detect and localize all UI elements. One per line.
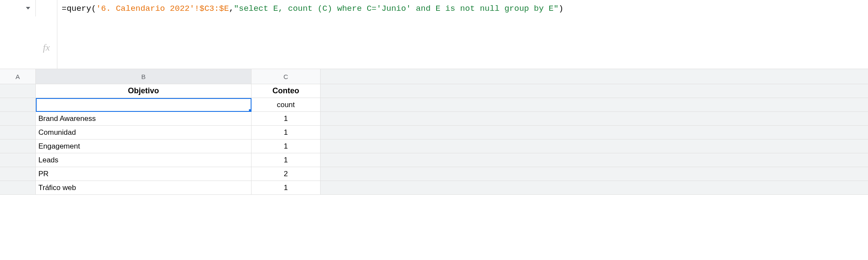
table-row: Leads 1 [0, 153, 868, 167]
table-row: Comunidad 1 [0, 126, 868, 140]
cell-objetivo[interactable]: Engagement [36, 140, 252, 153]
cell-gutter[interactable] [0, 167, 36, 181]
formula-eq: = [62, 3, 66, 14]
cell-a-header[interactable] [0, 84, 36, 98]
selected-cell[interactable] [36, 98, 252, 112]
cell-gutter[interactable] [0, 181, 36, 195]
cell-gutter[interactable] [0, 153, 36, 167]
table-row: PR 2 [0, 167, 868, 181]
empty-cell [321, 153, 868, 167]
cell-count[interactable]: 2 [252, 167, 321, 181]
cell-objetivo[interactable]: Leads [36, 153, 252, 167]
table-row: Tráfico web 1 [0, 181, 868, 195]
formula-bar: fx =query('6. Calendario 2022'!$C3:$E,"s… [0, 0, 868, 69]
cell-count[interactable]: 1 [252, 153, 321, 167]
column-header-a[interactable]: A [0, 69, 36, 84]
cell-count[interactable]: 1 [252, 112, 321, 126]
cell-gutter[interactable] [0, 126, 36, 140]
empty-cell [321, 126, 868, 140]
cell-count-label[interactable]: count [252, 98, 321, 112]
empty-cell [321, 181, 868, 195]
table-row: Objetivo Conteo [0, 84, 868, 98]
formula-input[interactable]: =query('6. Calendario 2022'!$C3:$E,"sele… [57, 0, 868, 17]
table-row: Engagement 1 [0, 140, 868, 153]
cell-count[interactable]: 1 [252, 181, 321, 195]
dropdown-icon [26, 7, 30, 10]
column-headers-row: A B C [0, 69, 868, 84]
fx-icon: fx [43, 42, 50, 53]
cell-gutter[interactable] [0, 98, 36, 112]
formula-close-paren: ) [559, 3, 563, 14]
formula-open-paren: ( [91, 3, 96, 14]
cell-objetivo[interactable]: Brand Awareness [36, 112, 252, 126]
formula-comma: , [229, 3, 234, 14]
grid-data: Objetivo Conteo count Brand Awareness 1 … [0, 84, 868, 195]
table-row: count [0, 98, 868, 112]
cell-objetivo-header[interactable]: Objetivo [36, 84, 252, 98]
empty-cell [321, 98, 868, 112]
cell-gutter[interactable] [0, 140, 36, 153]
formula-string: "select E, count (C) where C='Junio' and… [234, 3, 559, 14]
empty-cell [321, 140, 868, 153]
formula-func: query [66, 3, 91, 14]
cell-objetivo[interactable]: PR [36, 167, 252, 181]
table-row: Brand Awareness 1 [0, 112, 868, 126]
column-header-c[interactable]: C [252, 69, 321, 84]
empty-cell [321, 84, 868, 98]
cell-count[interactable]: 1 [252, 140, 321, 153]
cell-gutter[interactable] [0, 112, 36, 126]
column-header-b[interactable]: B [36, 69, 252, 84]
formula-range: '6. Calendario 2022'!$C3:$E [96, 3, 229, 14]
cell-conteo-header[interactable]: Conteo [252, 84, 321, 98]
empty-cell [321, 112, 868, 126]
cell-objetivo[interactable]: Comunidad [36, 126, 252, 140]
empty-header-area [321, 69, 868, 84]
cell-objetivo[interactable]: Tráfico web [36, 181, 252, 195]
name-box[interactable] [0, 0, 36, 16]
fx-area: fx [36, 0, 57, 69]
empty-cell [321, 167, 868, 181]
cell-count[interactable]: 1 [252, 126, 321, 140]
